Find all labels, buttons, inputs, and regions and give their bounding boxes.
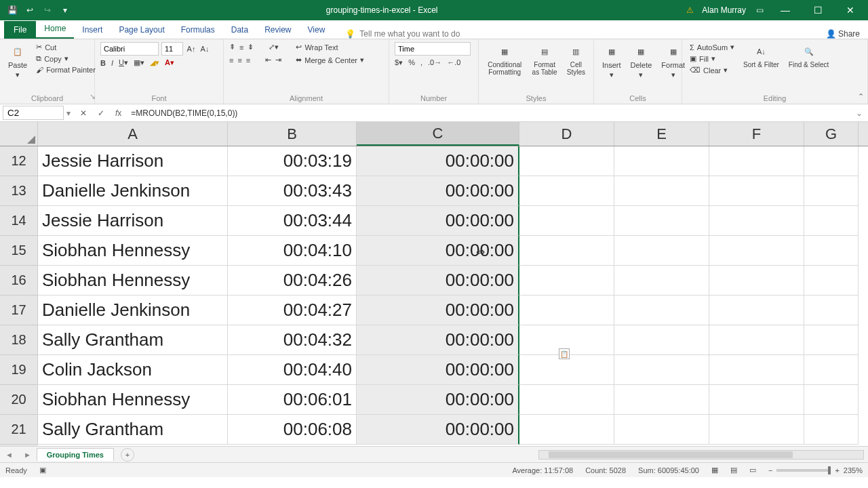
cell[interactable] xyxy=(519,236,614,266)
tab-view[interactable]: View xyxy=(300,21,334,39)
paste-options-icon[interactable]: 📋 xyxy=(559,348,570,359)
qat-dropdown-icon[interactable]: ▾ xyxy=(60,5,71,16)
zoom-level[interactable]: 235% xyxy=(844,466,863,474)
autosum-button[interactable]: ΣAutoSum▾ xyxy=(688,42,736,52)
cell[interactable]: 00:03:19 xyxy=(228,146,357,176)
add-sheet-button[interactable]: + xyxy=(121,448,134,462)
column-header-e[interactable]: E xyxy=(614,122,709,146)
view-page-layout-icon[interactable]: ▤ xyxy=(730,466,737,474)
cell-styles-button[interactable]: ▥Cell Styles xyxy=(564,42,588,77)
collapse-ribbon-icon[interactable]: ⌃ xyxy=(858,92,864,101)
row-header[interactable]: 20 xyxy=(0,385,38,415)
cell[interactable] xyxy=(519,206,614,236)
align-bottom-icon[interactable]: ⇟ xyxy=(248,43,254,52)
cell[interactable] xyxy=(519,296,614,325)
cell[interactable] xyxy=(804,266,859,296)
horizontal-scrollbar[interactable] xyxy=(538,450,864,460)
number-format-select[interactable] xyxy=(395,42,471,56)
cell[interactable]: 00:04:40 xyxy=(228,355,357,385)
redo-icon[interactable]: ↪ xyxy=(42,5,53,16)
cell[interactable] xyxy=(519,385,614,415)
sheet-tab[interactable]: Grouping Times xyxy=(37,448,114,461)
row-header[interactable]: 18 xyxy=(0,325,38,355)
cell[interactable] xyxy=(519,355,614,385)
cell[interactable]: 00:04:27 xyxy=(228,296,357,325)
tab-nav-prev-icon[interactable]: ◄ xyxy=(0,451,18,459)
cell[interactable] xyxy=(614,355,709,385)
cell[interactable] xyxy=(804,236,859,266)
enter-formula-icon[interactable]: ✓ xyxy=(92,108,110,118)
cell[interactable]: Sally Grantham xyxy=(38,325,228,355)
share-button[interactable]: 👤 Share xyxy=(826,29,860,39)
cell[interactable]: 00:06:01 xyxy=(228,385,357,415)
font-name-input[interactable] xyxy=(100,42,159,56)
row-header[interactable]: 14 xyxy=(0,206,38,236)
cell[interactable]: Siobhan Hennessy xyxy=(38,236,228,266)
cell[interactable]: 00:04:26 xyxy=(228,266,357,296)
align-middle-icon[interactable]: ≡ xyxy=(239,43,243,52)
save-icon[interactable]: 💾 xyxy=(7,5,18,16)
cell[interactable] xyxy=(709,176,804,206)
cell[interactable]: 00:00:00 xyxy=(357,296,519,325)
row-header[interactable]: 21 xyxy=(0,415,38,445)
column-header-g[interactable]: G xyxy=(804,122,859,146)
tab-home[interactable]: Home xyxy=(36,20,74,39)
cell[interactable] xyxy=(519,415,614,445)
copy-button[interactable]: ⧉Copy▾ xyxy=(34,54,98,64)
tab-formulas[interactable]: Formulas xyxy=(173,21,223,39)
cell[interactable] xyxy=(709,385,804,415)
conditional-formatting-button[interactable]: ▦Conditional Formatting xyxy=(484,42,525,77)
cell[interactable] xyxy=(614,325,709,355)
close-button[interactable]: ✕ xyxy=(838,5,863,16)
maximize-button[interactable]: ☐ xyxy=(806,5,830,16)
cell[interactable] xyxy=(614,146,709,176)
clear-button[interactable]: ⌫Clear▾ xyxy=(688,65,736,75)
cell[interactable] xyxy=(804,325,859,355)
cell[interactable]: 00:04:10 xyxy=(228,236,357,266)
cell[interactable]: 00:00:00 xyxy=(357,355,519,385)
cell[interactable]: 00:00:00 xyxy=(357,206,519,236)
cell[interactable] xyxy=(709,236,804,266)
expand-formula-bar-icon[interactable]: ⌄ xyxy=(850,108,868,118)
zoom-out-icon[interactable]: − xyxy=(768,466,772,474)
align-top-icon[interactable]: ⇞ xyxy=(229,43,235,52)
cancel-formula-icon[interactable]: ✕ xyxy=(75,108,92,118)
tab-page-layout[interactable]: Page Layout xyxy=(111,21,172,39)
insert-cells-button[interactable]: ▦Insert▾ xyxy=(599,42,624,80)
cell[interactable]: 00:00:00 xyxy=(357,176,519,206)
orientation-icon[interactable]: ⤢▾ xyxy=(269,43,279,52)
cell[interactable] xyxy=(804,415,859,445)
wrap-text-button[interactable]: ↩Wrap Text xyxy=(294,42,340,52)
align-center-icon[interactable]: ≡ xyxy=(237,56,241,64)
cell[interactable]: 00:06:08 xyxy=(228,415,357,445)
decrease-font-icon[interactable]: A↓ xyxy=(199,43,210,54)
cell[interactable]: Sally Grantham xyxy=(38,415,228,445)
find-select-button[interactable]: 🔍Find & Select xyxy=(786,42,831,70)
fx-icon[interactable]: fx xyxy=(110,108,127,118)
minimize-button[interactable]: — xyxy=(773,5,797,16)
cell[interactable]: Colin Jackson xyxy=(38,355,228,385)
cell[interactable]: 00:00:00 xyxy=(357,385,519,415)
paste-button[interactable]: 📋 Paste ▾ xyxy=(5,42,30,80)
format-as-table-button[interactable]: ▤Format as Table xyxy=(529,42,559,77)
macro-record-icon[interactable]: ▣ xyxy=(39,466,46,474)
tell-me-search[interactable]: 💡 Tell me what you want to do xyxy=(345,29,460,39)
cell[interactable]: 00:04:32 xyxy=(228,325,357,355)
ribbon-display-icon[interactable]: ▭ xyxy=(754,5,765,16)
cell[interactable]: Siobhan Hennessy xyxy=(38,385,228,415)
row-header[interactable]: 12 xyxy=(0,146,38,176)
cell[interactable]: 00:00:00 xyxy=(357,415,519,445)
border-button[interactable]: ▦▾ xyxy=(134,58,144,67)
user-name[interactable]: Alan Murray xyxy=(702,5,746,15)
tab-nav-next-icon[interactable]: ► xyxy=(18,451,37,459)
delete-cells-button[interactable]: ▦Delete▾ xyxy=(628,42,655,80)
increase-font-icon[interactable]: A↑ xyxy=(186,43,197,54)
increase-indent-icon[interactable]: ⇥ xyxy=(275,56,281,64)
cell[interactable] xyxy=(804,296,859,325)
accounting-format-icon[interactable]: $▾ xyxy=(395,58,403,67)
cell[interactable] xyxy=(709,296,804,325)
view-page-break-icon[interactable]: ▭ xyxy=(749,466,756,474)
cell[interactable] xyxy=(614,266,709,296)
cell[interactable]: Danielle Jenkinson xyxy=(38,176,228,206)
tab-data[interactable]: Data xyxy=(223,21,256,39)
